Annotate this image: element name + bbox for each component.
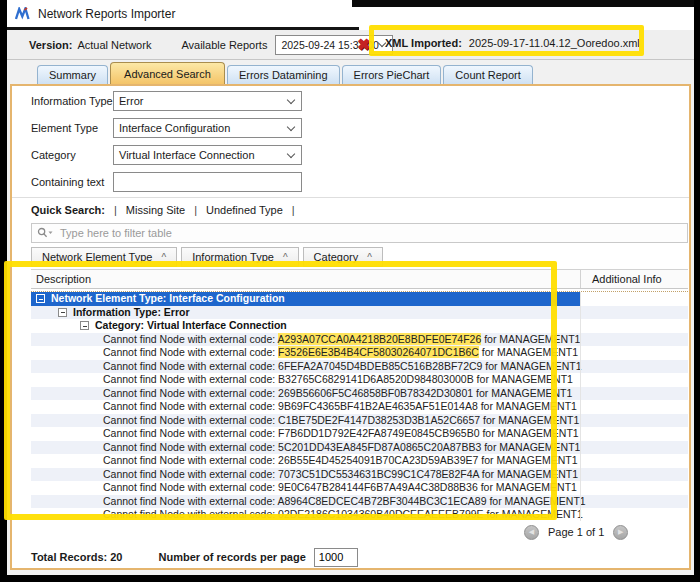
table-row[interactable]: Cannot find Node with external code: 5C2… xyxy=(31,441,688,455)
previous-page-button[interactable]: ◀ xyxy=(524,525,539,540)
form-row: Element Type Interface Configuration xyxy=(31,118,113,138)
containing-text-input[interactable] xyxy=(113,172,302,192)
sort-asc-icon[interactable]: ^ xyxy=(283,252,288,263)
collapse-icon[interactable] xyxy=(36,294,45,303)
tabstrip: Summary Advanced Search Errors Dataminin… xyxy=(7,60,694,84)
error-description: Cannot find Node with external code: 6FE… xyxy=(31,360,582,374)
tree-node-label: Information Type: Error xyxy=(73,306,189,320)
column-header-additional-info[interactable]: Additional Info xyxy=(592,273,662,285)
search-icon xyxy=(37,227,54,239)
category-label: Category xyxy=(31,149,113,161)
tree-node-label: Network Element Type: Interface Configur… xyxy=(51,292,285,306)
category-select[interactable]: Virtual Interface Connection xyxy=(113,145,302,165)
column-divider xyxy=(580,292,581,521)
footer-bar: Total Records: 20 Number of records per … xyxy=(31,546,358,568)
tree-node-information-type[interactable]: Information Type: Error xyxy=(31,306,688,320)
table-row[interactable]: Cannot find Node with external code: F35… xyxy=(31,346,688,360)
table-row[interactable]: Cannot find Node with external code: A29… xyxy=(31,333,688,347)
error-description: Cannot find Node with external code: 02D… xyxy=(31,508,583,522)
titlebar: Network Reports Importer xyxy=(7,0,352,27)
external-code: 9E0C647B284144F6B7A49A4C38D88B36 xyxy=(278,481,478,493)
containing-text-label: Containing text xyxy=(31,176,113,188)
external-code: F7B6DD1D792E42FA8749E0845CB965B0 xyxy=(278,427,479,439)
column-header-description[interactable]: Description xyxy=(36,273,91,285)
app-icon xyxy=(15,7,30,21)
sort-asc-icon[interactable]: ^ xyxy=(161,252,166,263)
table-row[interactable]: Cannot find Node with external code: 269… xyxy=(31,387,688,401)
separator: | xyxy=(194,204,197,216)
external-code: A8964C8EDCEC4B72BF3044BC3C1ECA89 xyxy=(278,495,487,507)
screen: Network Reports Importer Version: Actual… xyxy=(0,0,700,582)
xml-imported-label: XML Imported: xyxy=(385,37,462,49)
external-code: 6FEFA2A7045D4BDEB85C516B28BF72C9 xyxy=(278,360,482,372)
error-description: Cannot find Node with external code: 707… xyxy=(31,468,578,482)
filter-input[interactable]: Type here to filter table xyxy=(31,223,688,243)
external-code: C1BE75DE2F4147D38253D3B1A52C6657 xyxy=(278,414,480,426)
external-code: 7073C51DC5534631BC99C1C478E82F4A xyxy=(278,468,479,480)
filter-placeholder: Type here to filter table xyxy=(60,227,172,239)
tab-errors-piechart[interactable]: Errors PieChart xyxy=(342,65,442,84)
tree-node-network-element-type[interactable]: Network Element Type: Interface Configur… xyxy=(31,292,580,306)
error-description: Cannot find Node with external code: C1B… xyxy=(31,414,579,428)
group-column-network-element-type[interactable]: Network Element Type ^ xyxy=(31,247,177,267)
app-window: Network Reports Importer Version: Actual… xyxy=(7,0,694,575)
error-description: Cannot find Node with external code: 269… xyxy=(31,387,572,401)
delete-report-icon[interactable]: ✖ xyxy=(357,35,370,54)
tree-node-label: Category: Virtual Interface Connection xyxy=(95,319,287,333)
quick-search-undefined-type[interactable]: Undefined Type xyxy=(206,204,283,216)
table-row[interactable]: Cannot find Node with external code: 26B… xyxy=(31,454,688,468)
form-row: Information Type Error xyxy=(31,91,113,111)
xml-imported: XML Imported: 2025-09-17-11.04.12_Ooredo… xyxy=(385,37,640,49)
external-code: 02DE2186C1034360B40DCEEAEEEB799E xyxy=(278,508,483,520)
toolbar: Version: Actual Network Available Report… xyxy=(7,30,694,60)
table-row[interactable]: Cannot find Node with external code: F7B… xyxy=(31,427,688,441)
quick-search-label: Quick Search: xyxy=(31,204,105,216)
tab-count-report[interactable]: Count Report xyxy=(443,65,532,84)
table-row[interactable]: Cannot find Node with external code: 707… xyxy=(31,468,688,482)
table-row[interactable]: Cannot find Node with external code: C1B… xyxy=(31,414,688,428)
table-row[interactable]: Cannot find Node with external code: 6FE… xyxy=(31,360,688,374)
information-type-label: Information Type xyxy=(31,95,113,107)
error-description: Cannot find Node with external code: F7B… xyxy=(31,427,579,441)
form-row: Category Virtual Interface Connection xyxy=(31,145,113,165)
error-description: Cannot find Node with external code: A29… xyxy=(31,333,580,347)
column-divider[interactable] xyxy=(580,270,581,288)
error-description: Cannot find Node with external code: 26B… xyxy=(31,454,578,468)
form-row: Containing text xyxy=(31,172,113,192)
element-type-select[interactable]: Interface Configuration xyxy=(113,118,302,138)
quick-search-missing-site[interactable]: Missing Site xyxy=(126,204,185,216)
group-column-category[interactable]: Category ^ xyxy=(303,247,383,267)
version-label: Version: xyxy=(29,39,72,51)
code-rows: Cannot find Node with external code: A29… xyxy=(31,333,688,522)
quick-search-bar: Quick Search: | Missing Site | Undefined… xyxy=(31,202,295,218)
tab-advanced-search[interactable]: Advanced Search xyxy=(110,62,225,84)
tree-node-category[interactable]: Category: Virtual Interface Connection xyxy=(31,319,688,333)
external-code: 9B69FC4365BF41B2AE4635AF51E014A8 xyxy=(278,400,478,412)
collapse-icon[interactable] xyxy=(58,308,67,317)
information-type-value: Error xyxy=(119,95,143,107)
separator: | xyxy=(292,204,295,216)
group-columns: Network Element Type ^ Information Type … xyxy=(31,247,387,267)
available-reports-select[interactable]: 2025-09-24 15:31:00.0 xyxy=(275,35,393,55)
external-code: 269B56606F5C46858BF0B78342D30801 xyxy=(278,387,473,399)
information-type-select[interactable]: Error xyxy=(113,91,302,111)
sort-asc-icon[interactable]: ^ xyxy=(367,252,372,263)
table-header: Description Additional Info xyxy=(31,269,688,289)
tab-errors-datamining[interactable]: Errors Datamining xyxy=(227,65,340,84)
collapse-icon[interactable] xyxy=(80,321,89,330)
table-row[interactable]: Cannot find Node with external code: 9E0… xyxy=(31,481,688,495)
group-column-label: Category xyxy=(314,251,359,263)
table-row[interactable]: Cannot find Node with external code: 9B6… xyxy=(31,400,688,414)
table-row[interactable]: Cannot find Node with external code: 02D… xyxy=(31,508,688,522)
next-page-button[interactable]: ▶ xyxy=(613,525,628,540)
table-row[interactable]: Cannot find Node with external code: B32… xyxy=(31,373,688,387)
error-description: Cannot find Node with external code: A89… xyxy=(31,495,586,509)
group-column-label: Network Element Type xyxy=(42,251,152,263)
tab-summary[interactable]: Summary xyxy=(37,65,108,84)
element-type-label: Element Type xyxy=(31,122,113,134)
chevron-down-icon xyxy=(287,122,295,130)
group-column-information-type[interactable]: Information Type ^ xyxy=(181,247,298,267)
per-page-input[interactable] xyxy=(314,548,358,567)
table-row[interactable]: Cannot find Node with external code: A89… xyxy=(31,495,688,509)
external-code: A293A07CCA0A4218B20E8BDFE0E74F26 xyxy=(278,333,482,345)
